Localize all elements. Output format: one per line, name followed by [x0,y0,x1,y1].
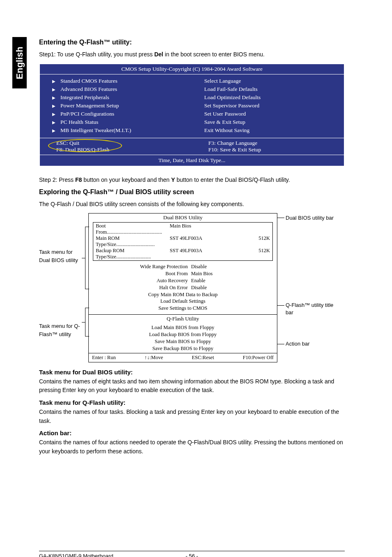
bios-menu-item: Set User Password [192,110,344,118]
highlight-ellipse [48,139,122,152]
step2-text: Step 2: Press F8 button on your keyboard… [39,176,345,185]
bios-menu-item: ▶Power Management Setup [40,102,192,110]
step2-key1: F8 [75,176,82,183]
bios-left-col: ▶Standard CMOS Features ▶Advanced BIOS F… [40,74,192,138]
bios-title: CMOS Setup Utility-Copyright (C) 1984-20… [40,64,344,74]
intro2-text: The Q-Flash / Dual BIOS utility screen c… [39,200,345,209]
menu-value: Disable [191,263,240,270]
bios-menu-item: ▶Advanced BIOS Features [40,85,192,93]
sub-heading-qflash: Task menu for Q-Flash utility: [39,399,345,406]
dual-bios-menu: Wide Range ProtectionDisable Boot FromMa… [89,262,277,313]
action-f10: F10:Power Off [243,355,274,361]
footer-product: GA-K8N51GMF-9 Motherboard [39,553,180,557]
diagram-right-labels: Dual BIOS utility bar Q-Flash™ utility t… [277,213,341,362]
bios-setup-screenshot: CMOS Setup Utility-Copyright (C) 1984-20… [39,63,345,167]
step2-pre: Step 2: Press [39,176,75,183]
bios-menu-item: ▶MB Intelligent Tweaker(M.I.T.) [40,126,192,135]
main-rom-size: 512K [245,235,270,248]
menu-item: Wide Range Protection [125,263,191,270]
label-task-qflash: Task menu for Q-Flash™ utility [39,322,84,338]
sub-text-action: Contains the names of four actions neede… [39,438,345,456]
step1-post: in the boot screen to enter BIOS menu. [163,51,265,58]
bios-menu-item: Select Language [192,77,344,85]
triangle-icon: ▶ [52,112,60,116]
backup-rom-size: 512K [245,248,270,260]
menu-value: Disable [191,284,240,291]
page-footer: GA-K8N51GMF-9 Motherboard - 56 - [39,551,345,557]
action-bar: Enter : Run ↑↓:Move ESC:Reset F10:Power … [89,353,277,362]
dual-bios-info-box: Boot From...............................… [93,222,273,261]
triangle-icon: ▶ [52,87,60,92]
menu-item: Save Main BIOS to Floppy [89,338,277,345]
dual-bios-title: Dual BIOS Utility [89,214,277,222]
menu-item: Save Backup BIOS to Floppy [89,345,277,352]
menu-item: Halt On Error [125,284,191,291]
step1-key: Del [154,51,163,58]
triangle-icon: ▶ [52,104,60,108]
action-enter: Enter : Run [92,355,116,361]
menu-item: Load Default Settings [89,298,277,305]
label-dual-bar: Dual BIOS utility bar [286,215,334,221]
triangle-icon: ▶ [52,120,60,125]
step1-text: Step1: To use Q-Flash utility, you must … [39,50,345,59]
menu-item: Copy Main ROM Data to Backup [89,291,277,298]
triangle-icon: ▶ [52,128,60,133]
bios-right-col: Select Language Load Fail-Safe Defaults … [192,74,344,138]
bios-menu-item: ▶PnP/PCI Configurations [40,110,192,118]
bios-help-text: Time, Date, Hard Disk Type... [40,155,344,166]
step2-key2: Y [171,176,175,183]
step2-post: button to enter the Dual BIOS/Q-Flash ut… [175,176,290,183]
qflash-menu: Load Main BIOS from Floppy Load Backup B… [89,323,277,353]
footer-page: - 56 - [180,553,204,557]
menu-item: Load Main BIOS from Floppy [89,324,277,331]
action-esc: ESC:Reset [192,355,214,361]
label-qflash-bar: Q-Flash™ utility title bar [286,302,341,316]
sub-text-dual: Contains the names of eight tasks and tw… [39,377,345,395]
bios-f3-lang: F3: Change Language [208,140,344,146]
heading-exploring: Exploring the Q-Flash™ / Dual BIOS utili… [39,188,345,196]
action-move: ↑↓:Move [145,355,163,361]
menu-item: Save Settings to CMOS [89,305,277,312]
label-task-dual: Task menu for Dual BIOS utility [39,248,80,264]
step1-pre: Step1: To use Q-Flash utility, you must … [39,51,154,58]
menu-item: Boot From [125,270,191,277]
main-rom-value: SST 49LF003A [170,235,245,248]
menu-item: Auto Recovery [125,277,191,284]
backup-rom-value: SST 49LF003A [170,248,245,260]
sub-text-qflash: Contains the names of four tasks. Blocki… [39,408,345,425]
dual-bios-screen: Dual BIOS Utility Boot From.............… [88,213,277,362]
label-action-bar: Action bar [286,341,310,347]
step2-mid: button on your keyboard and then [82,176,171,183]
bios-menu-item: ▶PC Health Status [40,118,192,126]
dual-bios-diagram: Task menu for Dual BIOS utility Task men… [39,213,345,362]
menu-value: Main Bios [191,270,240,277]
bios-menu-item: Set Supervisor Password [192,102,344,110]
bios-menu-item: Exit Without Saving [192,126,344,135]
bios-menu-item: Save & Exit Setup [192,118,344,126]
bios-footer-keys: ESC: Quit F8: Dual BIOS/Q-Flash F3: Chan… [40,138,344,155]
menu-item: Load Backup BIOS from Floppy [89,331,277,338]
bios-menu-item: ▶Standard CMOS Features [40,77,192,85]
bios-menu-item: ▶Integrated Peripherals [40,93,192,102]
connector-line [82,258,85,258]
boot-from-label: Boot From [96,223,107,235]
triangle-icon: ▶ [52,79,60,84]
sub-heading-action: Action bar: [39,429,345,436]
bios-menu-item: Load Fail-Safe Defaults [192,85,344,93]
bios-menu-item: Load Optimized Defaults [192,93,344,102]
diagram-left-labels: Task menu for Dual BIOS utility Task men… [39,213,88,362]
menu-value: Enable [191,277,240,284]
sub-heading-dual: Task menu for Dual BIOS utility: [39,369,345,376]
boot-from-value: Main Bios [170,223,245,235]
triangle-icon: ▶ [52,95,60,100]
heading-entering: Entering the Q-Flash™ utility: [39,39,345,46]
bios-f10-save: F10: Save & Exit Setup [208,146,344,153]
qflash-title: Q-Flash Utility [89,315,277,323]
